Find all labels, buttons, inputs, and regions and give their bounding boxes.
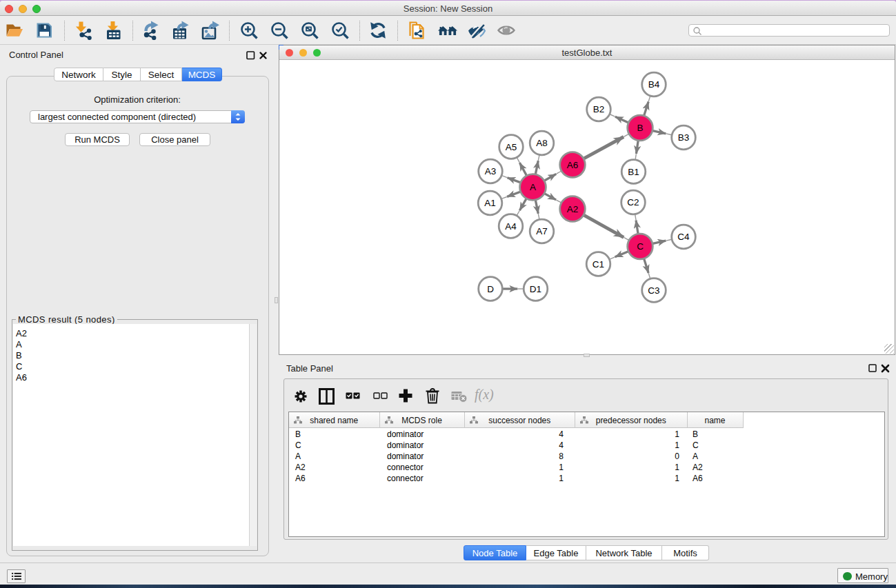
svg-text:C4: C4 bbox=[677, 232, 690, 242]
svg-text:A5: A5 bbox=[506, 142, 517, 152]
svg-text:C: C bbox=[637, 241, 644, 252]
svg-text:A7: A7 bbox=[536, 226, 548, 236]
svg-text:B4: B4 bbox=[648, 79, 660, 90]
svg-text:D1: D1 bbox=[530, 284, 541, 294]
svg-text:B2: B2 bbox=[593, 104, 605, 114]
svg-text:A4: A4 bbox=[505, 221, 517, 232]
svg-text:D: D bbox=[487, 284, 494, 294]
svg-text:A8: A8 bbox=[536, 138, 548, 148]
svg-text:A: A bbox=[530, 182, 536, 192]
svg-text:C1: C1 bbox=[593, 259, 604, 270]
svg-text:B: B bbox=[637, 123, 643, 133]
svg-text:B1: B1 bbox=[628, 167, 639, 177]
svg-text:A1: A1 bbox=[484, 198, 496, 208]
svg-text:A6: A6 bbox=[567, 160, 579, 170]
svg-text:B3: B3 bbox=[678, 132, 690, 143]
svg-text:C3: C3 bbox=[648, 285, 659, 296]
svg-text:C2: C2 bbox=[627, 197, 639, 207]
svg-text:A2: A2 bbox=[567, 204, 579, 214]
svg-text:A3: A3 bbox=[485, 166, 497, 176]
